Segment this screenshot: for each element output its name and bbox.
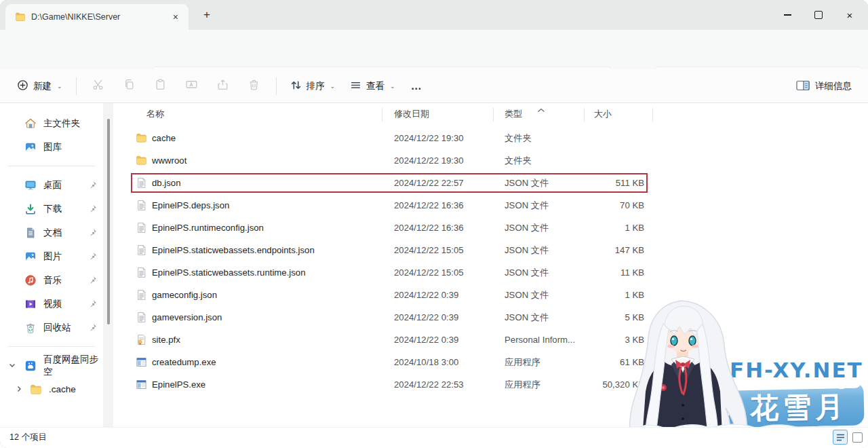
list-lines-icon <box>350 79 361 93</box>
file-date: 2024/12/22 22:53 <box>394 373 464 396</box>
file-row[interactable]: wwwroot2024/12/22 19:30文件夹 <box>122 149 868 172</box>
column-divider[interactable] <box>382 108 382 122</box>
details-pane-button[interactable]: 详细信息 <box>791 75 857 98</box>
file-name: cache <box>152 127 176 149</box>
file-size: 11 KB <box>542 261 644 284</box>
file-row[interactable]: createdump.exe2024/10/18 3:00应用程序61 KB <box>122 351 868 373</box>
sidebar-item-home[interactable]: 主文件夹 <box>0 111 103 135</box>
sidebar-item-downloads[interactable]: 下载 <box>0 197 103 221</box>
sort-ascending-icon <box>537 103 545 115</box>
column-header-date[interactable]: 修改日期 <box>394 108 429 120</box>
delete-icon <box>248 78 260 94</box>
file-row[interactable]: gameconfig.json2024/12/22 0:39JSON 文件1 K… <box>122 284 868 306</box>
file-name: EpinelPS.exe <box>152 373 205 396</box>
folder-icon <box>136 155 147 166</box>
file-name: db.json <box>152 172 181 194</box>
file-name: EpinelPS.runtimeconfig.json <box>152 217 264 239</box>
sidebar-item-label: 图库 <box>43 141 62 153</box>
sidebar-item-label: 百度网盘同步空 <box>43 354 103 378</box>
folder-icon <box>30 384 42 396</box>
sidebar-scrollbar[interactable] <box>103 103 113 428</box>
sidebar-item-recycle-bin[interactable]: 回收站 <box>0 316 103 339</box>
documents-icon <box>24 227 37 239</box>
file-row[interactable]: gameversion.json2024/12/22 0:39JSON 文件5 … <box>122 306 868 329</box>
sidebar-item-music[interactable]: 音乐 <box>0 268 103 292</box>
file-date: 2024/10/18 3:00 <box>394 351 458 373</box>
scrollbar-thumb[interactable] <box>107 119 110 324</box>
file-type: 应用程序 <box>505 373 540 396</box>
sidebar-item-videos[interactable]: 视频 <box>0 292 103 316</box>
file-name: gameconfig.json <box>152 284 217 306</box>
file-date: 2024/12/22 15:05 <box>394 239 464 261</box>
sort-button[interactable]: 排序 ⌄ <box>283 75 343 98</box>
file-size: 147 KB <box>542 239 644 261</box>
details-pane-icon <box>796 80 810 93</box>
view-button[interactable]: 查看 ⌄ <box>342 75 403 98</box>
close-button[interactable]: × <box>834 0 865 30</box>
file-name: createdump.exe <box>152 351 216 373</box>
toolbar: 新建 ⌄ 排序 ⌄ 查看 ⌄ … 详细信息 <box>0 69 868 103</box>
file-row[interactable]: EpinelPS.runtimeconfig.json2024/12/22 16… <box>122 217 868 239</box>
minimize-button[interactable] <box>772 0 803 30</box>
delete-button-disabled <box>239 75 270 98</box>
new-tab-button[interactable]: + <box>198 7 216 22</box>
sidebar: 主文件夹图库桌面下载文档图片音乐视频回收站百度网盘同步空.cache <box>0 103 103 428</box>
file-type: 文件夹 <box>505 127 532 149</box>
file-row[interactable]: EpinelPS.deps.json2024/12/22 16:36JSON 文… <box>122 194 868 217</box>
new-button[interactable]: 新建 ⌄ <box>9 75 70 98</box>
file-size: 1 KB <box>542 217 644 239</box>
copy-button-disabled <box>114 75 145 98</box>
chevron-right-icon[interactable] <box>15 384 23 394</box>
file-row[interactable]: EpinelPS.staticwebassets.runtime.json202… <box>122 261 868 284</box>
maximize-button[interactable] <box>803 0 834 30</box>
recycle-bin-icon <box>24 322 37 334</box>
file-row[interactable]: cache2024/12/22 19:30文件夹 <box>122 127 868 149</box>
explorer-tab[interactable]: D:\Game\NIKKE\Server × <box>5 4 189 30</box>
sidebar-item-label: 回收站 <box>43 322 71 334</box>
json-file-icon <box>136 289 147 301</box>
sidebar-item-label: 桌面 <box>43 179 62 191</box>
window-controls: × <box>772 0 865 30</box>
column-divider[interactable] <box>493 108 494 122</box>
json-file-icon <box>136 222 147 234</box>
file-explorer-window: D:\Game\NIKKE\Server × + × ← → ↑ ↻ ›此电脑›… <box>0 0 868 448</box>
large-icons-view-toggle[interactable] <box>852 432 863 443</box>
sidebar-item-label: 音乐 <box>43 274 62 286</box>
pin-icon <box>89 276 97 284</box>
cut-button-disabled <box>83 75 114 98</box>
json-file-icon <box>136 312 147 323</box>
details-pane-label: 详细信息 <box>815 80 852 92</box>
column-divider[interactable] <box>652 108 653 122</box>
sidebar-item-cache[interactable]: .cache <box>0 377 103 401</box>
file-row[interactable]: EpinelPS.exe2024/12/22 22:53应用程序50,320 K… <box>122 373 868 396</box>
file-name: EpinelPS.deps.json <box>152 194 229 217</box>
file-size: 511 KB <box>542 172 644 194</box>
chevron-down-icon[interactable] <box>8 360 16 370</box>
file-size: 5 KB <box>542 306 644 329</box>
sidebar-divider <box>8 346 95 347</box>
column-header-type[interactable]: 类型 <box>505 108 522 120</box>
sidebar-item-baidu-sync[interactable]: 百度网盘同步空 <box>0 354 103 377</box>
sidebar-item-desktop[interactable]: 桌面 <box>0 173 103 197</box>
file-row[interactable]: site.pfx2024/12/22 0:39Personal Inform..… <box>122 329 868 351</box>
column-divider[interactable] <box>584 108 585 122</box>
sidebar-item-pictures[interactable]: 图片 <box>0 244 103 268</box>
file-row[interactable]: EpinelPS.staticwebassets.endpoints.json2… <box>122 239 868 261</box>
toolbar-divider <box>76 77 77 95</box>
copy-icon <box>123 78 136 94</box>
sidebar-item-gallery[interactable]: 图库 <box>0 135 103 159</box>
file-row[interactable]: db.json2024/12/22 22:57JSON 文件511 KB <box>122 172 868 194</box>
pin-icon <box>89 299 97 307</box>
more-options-button[interactable]: … <box>403 80 431 92</box>
json-file-icon <box>136 244 147 256</box>
column-header-name[interactable]: 名称 <box>146 108 164 120</box>
column-header-size[interactable]: 大小 <box>594 108 612 120</box>
tab-close-icon[interactable]: × <box>168 10 183 24</box>
sidebar-item-documents[interactable]: 文档 <box>0 221 103 244</box>
cut-icon <box>92 78 104 94</box>
sidebar-item-label: 主文件夹 <box>43 117 80 130</box>
view-button-label: 查看 <box>366 80 384 92</box>
file-date: 2024/12/22 0:39 <box>394 306 458 329</box>
details-view-toggle[interactable] <box>833 430 848 445</box>
file-type: 文件夹 <box>505 149 532 172</box>
